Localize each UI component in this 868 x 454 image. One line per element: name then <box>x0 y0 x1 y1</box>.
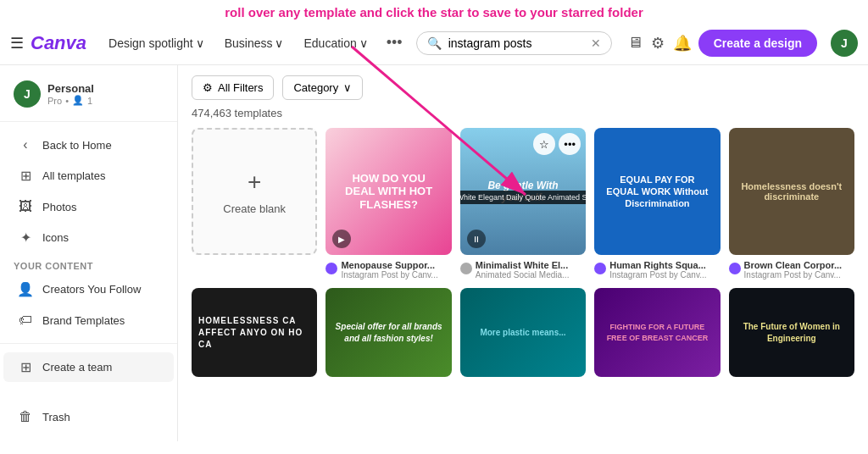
nav-business[interactable]: Business ∨ <box>216 32 292 54</box>
create-blank-label: Create blank <box>223 202 286 215</box>
monitor-icon[interactable]: 🖥 <box>627 34 643 52</box>
annotation-text: roll over any template and click the sta… <box>225 5 643 19</box>
category-button[interactable]: Category ∨ <box>282 75 363 100</box>
content-area: ⚙ All Filters Category ∨ 474,463 templat… <box>178 65 868 441</box>
sidebar-divider-2 <box>0 343 177 344</box>
template-card-breast-cancer[interactable]: FIGHTING FOR A FUTURE FREE OF BREAST CAN… <box>594 288 720 377</box>
main-layout: J Personal Pro • 👤 1 ‹ Back to Home ⊞ Al… <box>0 65 868 441</box>
author-dot <box>729 263 741 274</box>
list-item: + Create blank <box>192 128 317 280</box>
author-dot <box>594 263 606 274</box>
play-button[interactable]: ▶ <box>332 230 351 248</box>
person-icon: 👤 <box>17 281 34 297</box>
sidebar-item-creators-you-follow[interactable]: 👤 Creators You Follow <box>3 274 174 304</box>
grid-icon: ⊞ <box>17 168 34 184</box>
template-card-human-rights[interactable]: EQUAL PAY FOR EQUAL WORK Without Discrim… <box>594 128 720 255</box>
card-title: Brown Clean Corpor... <box>744 260 843 270</box>
user-members: 1 <box>87 96 92 106</box>
header-icons: 🖥 ⚙ 🔔 <box>627 34 692 53</box>
create-team-icon: ⊞ <box>17 359 34 375</box>
filters-bar: ⚙ All Filters Category ∨ <box>192 75 854 100</box>
user-meta: Pro • 👤 1 <box>47 95 94 106</box>
create-team-label: Create a team <box>42 361 112 374</box>
card-preview: HOW DO YOU DEAL WITH HOT FLASHES? ▶ <box>326 128 451 255</box>
author-dot <box>460 263 472 274</box>
list-item: HOMELESSNESS CA AFFECT ANYO ON HO CA <box>192 288 317 377</box>
template-card-special-offer[interactable]: Special offer for all brands and all fas… <box>326 288 451 377</box>
author-dot <box>326 263 337 274</box>
nav-more[interactable]: ••• <box>380 30 409 56</box>
sidebar-item-photos[interactable]: 🖼 Photos <box>3 192 174 221</box>
header: ☰ Canva Design spotlight ∨ Business ∨ Ed… <box>0 21 868 65</box>
card-subtitle: Instagram Post by Canv... <box>341 270 437 280</box>
pause-button[interactable]: ⏸ <box>467 230 486 248</box>
avatar[interactable]: J <box>831 30 858 57</box>
card-author-row: Menopause Suppor... Instagram Post by Ca… <box>326 257 451 280</box>
star-button[interactable]: ☆ <box>533 133 555 155</box>
nav-business-label: Business <box>225 36 273 50</box>
sidebar-item-back-to-home[interactable]: ‹ Back to Home <box>3 130 174 159</box>
template-card-minimalist[interactable]: Be gentle With yourself. ☆ ••• ⏸ Minimal… <box>460 128 586 255</box>
logo[interactable]: Canva <box>31 32 86 54</box>
user-avatar: J <box>14 80 41 108</box>
user-section: J Personal Pro • 👤 1 <box>0 75 177 113</box>
back-arrow-icon: ‹ <box>17 137 34 152</box>
sidebar-item-all-templates[interactable]: ⊞ All templates <box>3 161 174 191</box>
sidebar-item-photos-label: Photos <box>42 201 76 213</box>
card-author-row: Minimalist White El... Animated Social M… <box>460 257 586 280</box>
nav-design-spotlight-label: Design spotlight <box>108 36 193 50</box>
category-label: Category <box>293 81 338 94</box>
sidebar-item-icons-label: Icons <box>42 231 69 244</box>
trash-icon: 🗑 <box>17 409 34 424</box>
sidebar-item-create-team[interactable]: ⊞ Create a team <box>3 352 174 382</box>
list-item: Special offer for all brands and all fas… <box>326 288 451 377</box>
icons-icon: ✦ <box>17 230 34 246</box>
filter-icon: ⚙ <box>203 81 213 94</box>
list-item: EQUAL PAY FOR EQUAL WORK Without Discrim… <box>594 128 720 280</box>
templates-count: 474,463 templates <box>192 107 854 119</box>
card-preview: The Future of Women in Engineering <box>729 288 854 377</box>
star-overlay: ☆ ••• <box>533 133 581 155</box>
sidebar-item-icons[interactable]: ✦ Icons <box>3 223 174 252</box>
sidebar-item-trash[interactable]: 🗑 Trash <box>3 402 174 431</box>
card-preview: Special offer for all brands and all fas… <box>326 288 451 377</box>
create-design-button[interactable]: Create a design <box>698 30 817 57</box>
nav-education-label: Education <box>303 36 356 50</box>
search-input[interactable] <box>448 36 584 50</box>
card-preview: Homelessness doesn't discriminate <box>729 128 854 255</box>
card-text: Be gentle With yourself. <box>470 180 576 203</box>
card-text: EQUAL PAY FOR EQUAL WORK Without Discrim… <box>603 174 711 210</box>
sidebar-item-brand-templates[interactable]: 🏷 Brand Templates <box>3 306 174 335</box>
card-text: HOMELESSNESS CA AFFECT ANYO ON HO CA <box>198 315 310 351</box>
template-card-engineering[interactable]: The Future of Women in Engineering <box>729 288 854 377</box>
brand-icon: 🏷 <box>17 313 34 328</box>
menu-icon[interactable]: ☰ <box>10 34 24 53</box>
sidebar-divider <box>0 121 177 122</box>
more-options-button[interactable]: ••• <box>559 133 581 155</box>
nav-education[interactable]: Education ∨ <box>295 32 376 54</box>
templates-grid-row2: HOMELESSNESS CA AFFECT ANYO ON HO CA Spe… <box>192 288 854 377</box>
list-item: HOW DO YOU DEAL WITH HOT FLASHES? ▶ Meno… <box>326 128 451 280</box>
photos-icon: 🖼 <box>17 199 34 214</box>
list-item: More plastic means... <box>460 288 586 377</box>
card-title: Minimalist White El... <box>476 260 570 270</box>
trash-label: Trash <box>42 411 70 424</box>
all-filters-button[interactable]: ⚙ All Filters <box>192 75 274 100</box>
list-item: FIGHTING FOR A FUTURE FREE OF BREAST CAN… <box>594 288 720 377</box>
template-card-menopause[interactable]: HOW DO YOU DEAL WITH HOT FLASHES? ▶ <box>326 128 451 255</box>
all-filters-label: All Filters <box>218 81 263 94</box>
template-card-plastic[interactable]: More plastic means... <box>460 288 586 377</box>
card-title: Menopause Suppor... <box>341 260 437 270</box>
list-item: The Future of Women in Engineering <box>729 288 854 377</box>
clear-icon[interactable]: ✕ <box>591 36 601 50</box>
template-card-brown-clean[interactable]: Homelessness doesn't discriminate <box>729 128 854 255</box>
notifications-icon[interactable]: 🔔 <box>673 34 692 53</box>
sidebar-item-back-label: Back to Home <box>42 139 112 152</box>
chevron-down-icon: ∨ <box>359 36 368 50</box>
create-blank-button[interactable]: + Create blank <box>192 128 317 255</box>
nav-design-spotlight[interactable]: Design spotlight ∨ <box>100 32 213 54</box>
card-subtitle: Instagram Post by Canv... <box>744 270 843 280</box>
template-card-homelessness[interactable]: HOMELESSNESS CA AFFECT ANYO ON HO CA <box>192 288 317 377</box>
settings-icon[interactable]: ⚙ <box>651 34 665 53</box>
templates-grid-row1: + Create blank HOW DO YOU DEAL WITH HOT … <box>192 128 854 280</box>
